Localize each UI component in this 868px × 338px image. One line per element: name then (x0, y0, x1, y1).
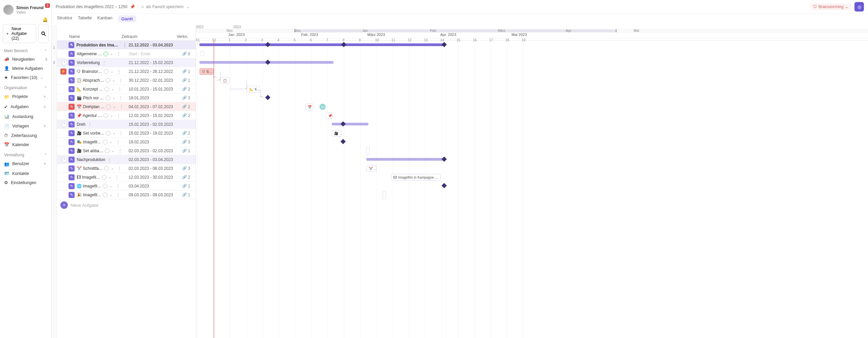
section-org[interactable]: Organisation⌃ (0, 82, 51, 92)
task-set-abbauen[interactable] (366, 147, 370, 155)
milestone-icon[interactable] (341, 121, 346, 127)
task-row[interactable]: ✎Allgemeine …⌄⋮Start - Ende🔗0 (57, 49, 196, 58)
chevron-down-icon[interactable]: ⌄ (186, 5, 189, 9)
col-name[interactable]: Name (57, 34, 121, 39)
bar-produktion[interactable] (199, 43, 444, 46)
edit-icon[interactable]: ✎ (69, 192, 75, 198)
task-kampagne[interactable]: 🎞 Imagefilm in Kampagne … (391, 174, 441, 181)
pin-icon[interactable]: 📌 (130, 4, 135, 9)
task-date[interactable]: 10.01.2023 - 15.01.2023 (129, 87, 176, 92)
progress-badge[interactable]: 10 (320, 104, 326, 110)
status-dot[interactable] (102, 175, 107, 180)
task-row[interactable]: ✎Produktion des Image…⋮21.12.2022 - 03.0… (57, 41, 196, 49)
nav-einstellungen[interactable]: ⚙ Einstellungen (0, 178, 51, 187)
task-row[interactable]: ⌃✎Nachproduktion⋮02.03.2023 - 03.04.2023 (57, 155, 196, 164)
task-row[interactable]: ✎📐 Konzept …⌄⋮10.01.2023 - 15.01.2023🔗2 (57, 85, 196, 94)
task-date[interactable]: 30.12.2022 - 02.01.2023 (129, 78, 176, 83)
nav-projekte[interactable]: 📁 Projekte＋ (0, 92, 51, 102)
chevron-down-icon[interactable]: ⌄ (110, 52, 113, 56)
task-links[interactable]: 🔗2 (176, 113, 196, 118)
task-links[interactable]: 🔗1 (176, 184, 196, 188)
more-icon[interactable]: ⋮ (121, 42, 129, 48)
nav-benutzer[interactable]: 👥 Benutzer＋ (0, 159, 51, 169)
milestone-icon[interactable] (265, 60, 271, 65)
milestone-icon[interactable] (265, 42, 271, 47)
add-icon[interactable]: ＋ (42, 104, 47, 110)
more-icon[interactable]: ⋮ (116, 166, 123, 171)
task-agentur[interactable]: 📌 (326, 112, 332, 119)
task-date[interactable]: 21.12.2022 - 15.02.2023 (129, 60, 176, 65)
status-dot[interactable] (106, 131, 111, 136)
tab-kanban[interactable]: Kanban (97, 15, 113, 22)
user-block[interactable]: Simon Freund Video 6 (0, 3, 51, 17)
edit-icon[interactable]: ✎ (69, 165, 75, 172)
milestone-pitch[interactable] (265, 95, 271, 100)
add-icon[interactable]: ＋ (42, 123, 47, 129)
task-date[interactable]: 03.04.2023 (129, 184, 176, 188)
edit-icon[interactable]: ✎ (69, 77, 75, 83)
task-row[interactable]: ⌃✎Dreh⋮15.02.2023 - 02.03.2023 (57, 120, 196, 129)
empty-task[interactable] (200, 52, 204, 56)
task-date[interactable]: 04.02.2023 - 07.02.2023 (129, 104, 176, 109)
task-date[interactable]: Start - Ende (129, 52, 176, 56)
chevron-down-icon[interactable]: ⌄ (109, 175, 111, 179)
task-links[interactable]: 🔗3 (176, 140, 196, 144)
more-icon[interactable]: ⋮ (115, 51, 122, 57)
task-links[interactable]: 🔗1 (176, 69, 196, 74)
nav-kalender[interactable]: 📅 Kalender (0, 140, 51, 149)
task-row[interactable]: ✎🎉 Imagefil…⌄⋮09.03.2023 - 09.03.2023🔗1 (57, 191, 196, 199)
nav-auslastung[interactable]: 📊 Auslastung (0, 112, 51, 121)
more-icon[interactable]: ⋮ (100, 60, 108, 65)
more-icon[interactable]: ⋮ (114, 192, 122, 198)
more-icon[interactable]: ⋮ (114, 139, 122, 145)
task-links[interactable]: 🔗0 (176, 52, 196, 56)
status-dot[interactable] (106, 104, 111, 109)
milestone-imagefilm[interactable] (341, 139, 346, 144)
nav-meine-aufgaben[interactable]: 👤 Meine Aufgaben (0, 64, 51, 73)
task-drehplan[interactable]: 📅 (305, 103, 313, 110)
edit-icon[interactable]: ✎ (69, 157, 75, 163)
task-row[interactable]: ✎✂️ Schnittfa…⌄⋮02.03.2023 - 06.03.2023🔗… (57, 164, 196, 173)
task-links[interactable]: 🔗3 (176, 96, 196, 100)
status-dot[interactable] (105, 148, 110, 153)
task-brainstorming[interactable]: 🗨 B… (199, 68, 214, 75)
nav-neuigkeiten[interactable]: 📣 Neuigkeiten3 (0, 55, 51, 64)
task-row[interactable]: ✎📌 Agentur …⌄⋮12.02.2023 - 15.02.2023🔗2 (57, 111, 196, 120)
status-dot[interactable] (105, 96, 110, 100)
collapse-button[interactable]: ⌃ (62, 122, 67, 127)
milestone-icon[interactable] (442, 157, 447, 162)
task-row[interactable]: ✎🎭 Imagefil…⌄⋮19.02.2023🔗3 (57, 138, 196, 146)
task-links[interactable]: 🔗2 (176, 131, 196, 136)
tab-struktur[interactable]: Struktur (57, 15, 73, 22)
task-row[interactable]: ⌃✎Vorbereitung⋮21.12.2022 - 15.02.2023 (57, 58, 196, 67)
task-links[interactable]: 🔗1 (176, 78, 196, 83)
task-date[interactable]: 02.03.2023 - 03.04.2023 (129, 157, 176, 162)
status-dot[interactable] (103, 140, 108, 144)
notif-badge[interactable]: 6 (45, 3, 50, 8)
more-icon[interactable]: ⋮ (115, 113, 122, 118)
task-date[interactable]: 21.12.2022 - 26.12.2022 (129, 69, 176, 74)
task-date[interactable]: 18.01.2023 (129, 96, 176, 100)
tab-tabelle[interactable]: Tabelle (78, 15, 92, 22)
task-links[interactable]: 🔗2 (176, 104, 196, 109)
task-row[interactable]: ✎📅 Drehplan …⌄⋮04.02.2023 - 07.02.2023🔗2 (57, 102, 196, 111)
time-slider[interactable]: Nov.Dez.Jan.Feb.MärzApr.Mai (196, 29, 868, 33)
task-date[interactable]: 15.02.2023 - 19.02.2023 (129, 131, 176, 136)
status-dot[interactable] (105, 78, 110, 83)
chevron-down-icon[interactable]: ⌄ (113, 131, 115, 135)
more-icon[interactable]: ⋮ (86, 122, 94, 127)
task-links[interactable]: 🔗1 (176, 193, 196, 197)
task-links[interactable]: 🔗2 (176, 87, 196, 92)
section-mein[interactable]: Mein Bereich⌃ (0, 45, 51, 55)
edit-icon[interactable]: ✎ (69, 86, 75, 92)
task-row[interactable]: ✎📋 Absprach…⌄⋮30.12.2022 - 02.01.2023🔗1 (57, 76, 196, 85)
more-icon[interactable]: ⋮ (117, 131, 125, 136)
edit-icon[interactable]: ✎ (69, 121, 75, 127)
edit-icon[interactable]: ✎ (69, 139, 75, 145)
task-row[interactable]: ✎🎥 Set abba…⌄⋮02.03.2023 - 02.03.2023🔗1 (57, 146, 196, 155)
chevron-down-icon[interactable]: ⌄ (111, 69, 113, 73)
tab-gantt[interactable]: Gantt (118, 15, 136, 22)
bell-icon[interactable]: 🔔 (42, 17, 48, 22)
edit-icon[interactable]: ✎ (69, 42, 74, 48)
nav-zeiterfassung[interactable]: ⏱ Zeiterfassung (0, 131, 51, 140)
